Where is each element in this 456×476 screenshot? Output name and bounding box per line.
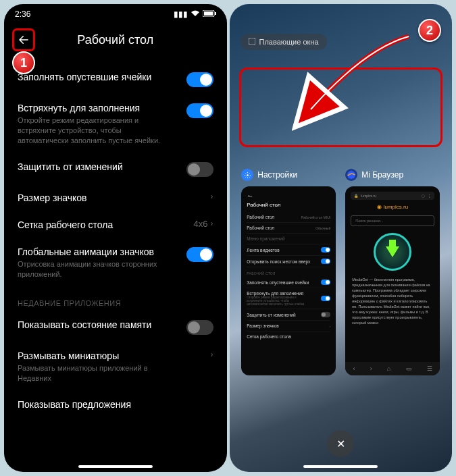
recents-card-browser[interactable]: Mi Браузер 🔒 lumpics.ru ▢ ⋮ ◉ lumpics.ru… bbox=[345, 169, 440, 375]
chevron-right-icon: › bbox=[211, 219, 213, 228]
label: Защитить от изменений bbox=[18, 161, 123, 173]
nav-profile-icon: ☰ bbox=[427, 365, 432, 372]
sublabel: Отрисовка анимации значков сторонних при… bbox=[18, 259, 173, 280]
status-bar: 2:36 ▮▮▮ bbox=[4, 4, 227, 19]
row-show-suggestions[interactable]: Показывать предложения bbox=[18, 391, 213, 418]
mini-toggle bbox=[321, 280, 330, 285]
mini-page-title: Рабочий стол bbox=[247, 202, 330, 208]
sublabel: Откройте режим редактирования и встряхни… bbox=[18, 115, 173, 146]
status-icons: ▮▮▮ bbox=[174, 9, 216, 19]
settings-list: Заполнять опустевшие ячейки Встряхнуть д… bbox=[4, 63, 227, 418]
page-title: Рабочий стол bbox=[12, 33, 219, 47]
recents-screen: Плавающие окна Настройки ← Рабочий стол … bbox=[230, 4, 453, 472]
row-protect[interactable]: Защитить от изменений bbox=[18, 153, 213, 184]
site-brand: ◉ lumpics.ru bbox=[351, 204, 434, 210]
site-search: Поиск решени... bbox=[351, 215, 434, 226]
drop-target-highlight[interactable] bbox=[239, 68, 443, 147]
section-recent-apps: НЕДАВНИЕ ПРИЛОЖЕНИЯ bbox=[18, 287, 213, 311]
row-grid[interactable]: Сетка рабочего стола 4x6 › bbox=[18, 211, 213, 238]
label: Размер значков bbox=[18, 192, 86, 204]
tabs-icon: ▢ bbox=[422, 194, 425, 198]
browser-app-icon bbox=[345, 169, 357, 181]
svg-rect-1 bbox=[204, 11, 213, 16]
clock: 2:36 bbox=[15, 9, 30, 19]
settings-app-icon bbox=[241, 169, 253, 181]
battery-icon bbox=[203, 9, 216, 19]
chevron-right-icon: › bbox=[211, 350, 213, 359]
settings-screen: 2:36 ▮▮▮ Рабочий стол Заполнять опустевш… bbox=[4, 4, 227, 472]
nav-back-icon: ‹ bbox=[353, 365, 355, 372]
download-icon bbox=[374, 233, 411, 271]
recents-card-settings[interactable]: Настройки ← Рабочий стол Рабочий столРаб… bbox=[241, 169, 336, 375]
toggle-protect[interactable] bbox=[186, 162, 213, 177]
card-thumbnail[interactable]: ← Рабочий стол Рабочий столРабочий стол … bbox=[241, 186, 336, 375]
card-title: Mi Браузер bbox=[361, 170, 403, 180]
home-indicator[interactable] bbox=[303, 465, 378, 468]
toggle-show-memory[interactable] bbox=[186, 320, 213, 335]
label: Заполнять опустевшие ячейки bbox=[18, 71, 151, 83]
recents-cards: Настройки ← Рабочий стол Рабочий столРаб… bbox=[230, 169, 453, 375]
value: 4x6 bbox=[194, 219, 208, 229]
toggle-fill-empty[interactable] bbox=[186, 72, 213, 87]
browser-bottom-nav: ‹ › ⌂ ▭ ☰ bbox=[345, 362, 440, 375]
row-blur-thumbs[interactable]: Размывать миниатюры Размывать миниатюры … bbox=[18, 342, 213, 391]
svg-point-4 bbox=[247, 174, 249, 176]
toggle-global-anim[interactable] bbox=[186, 247, 213, 262]
label: Показывать предложения bbox=[18, 398, 131, 411]
toggle-shake-fill[interactable] bbox=[186, 103, 213, 118]
row-global-anim[interactable]: Глобальные анимации значков Отрисовка ан… bbox=[18, 238, 213, 287]
mini-back-icon: ← bbox=[247, 192, 330, 199]
close-all-button[interactable]: ✕ bbox=[327, 430, 354, 457]
label: Сетка рабочего стола bbox=[18, 219, 113, 231]
window-icon bbox=[249, 38, 255, 46]
card-thumbnail[interactable]: 🔒 lumpics.ru ▢ ⋮ ◉ lumpics.ru Поиск реше… bbox=[345, 186, 440, 375]
floating-windows-chip[interactable]: Плавающие окна bbox=[240, 34, 327, 50]
chip-label: Плавающие окна bbox=[259, 38, 319, 46]
mini-toggle bbox=[321, 312, 330, 317]
card-title: Настройки bbox=[257, 170, 297, 180]
mini-toggle bbox=[321, 247, 330, 253]
nav-bookmark-icon: ▭ bbox=[406, 365, 412, 372]
label: Показывать состояние памяти bbox=[18, 319, 151, 331]
row-icon-size[interactable]: Размер значков › bbox=[18, 184, 213, 211]
chevron-right-icon: › bbox=[211, 192, 213, 201]
signal-icon: ▮▮▮ bbox=[174, 9, 188, 19]
label: Встряхнуть для заполнения bbox=[18, 102, 173, 114]
wifi-icon bbox=[191, 9, 200, 19]
browser-address-bar: 🔒 lumpics.ru ▢ ⋮ bbox=[351, 192, 434, 200]
nav-home-icon: ⌂ bbox=[387, 365, 390, 372]
annotation-badge-2: 2 bbox=[418, 19, 441, 42]
home-indicator[interactable] bbox=[78, 465, 153, 468]
header: Рабочий стол bbox=[4, 19, 227, 63]
close-icon: ✕ bbox=[336, 438, 345, 450]
label: Размывать миниатюры bbox=[18, 350, 173, 362]
mini-toggle bbox=[321, 259, 330, 264]
menu-icon: ⋮ bbox=[428, 194, 431, 198]
svg-rect-3 bbox=[249, 38, 255, 45]
row-shake-fill[interactable]: Встряхнуть для заполнения Откройте режим… bbox=[18, 95, 213, 153]
label: Глобальные анимации значков bbox=[18, 246, 173, 258]
svg-rect-2 bbox=[215, 12, 216, 15]
sublabel: Размывать миниатюры приложений в Недавни… bbox=[18, 363, 173, 384]
nav-fwd-icon: › bbox=[370, 365, 372, 372]
lock-icon: 🔒 bbox=[354, 194, 358, 198]
row-show-memory[interactable]: Показывать состояние памяти bbox=[18, 311, 213, 342]
article-text: MediaGet — бесплатная программа, предназ… bbox=[351, 277, 434, 326]
row-fill-empty[interactable]: Заполнять опустевшие ячейки bbox=[18, 63, 213, 95]
annotation-badge-1: 1 bbox=[12, 51, 35, 74]
mini-toggle bbox=[321, 296, 330, 301]
